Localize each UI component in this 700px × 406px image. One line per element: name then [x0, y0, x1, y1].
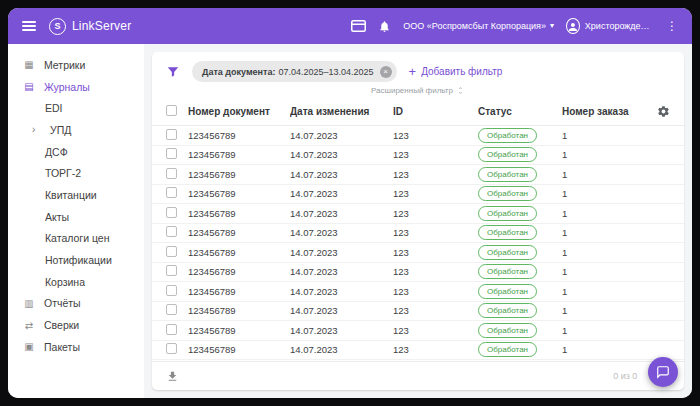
filter-bar: Дата документа:07.04.2025–13.04.2025 × +… — [152, 52, 684, 83]
sidebar-item-label: ТОРГ-2 — [45, 167, 81, 179]
sidebar-item-6[interactable]: Квитанции — [8, 184, 144, 206]
table-row[interactable]: 123456789 14.07.2023 123 Обработан 1 — [152, 321, 684, 341]
row-checkbox[interactable] — [166, 129, 177, 140]
status-badge: Обработан — [478, 245, 537, 260]
add-filter-button[interactable]: + Добавить фильтр — [409, 65, 503, 78]
row-checkbox[interactable] — [166, 324, 177, 335]
sidebar-item-10[interactable]: Корзина — [8, 271, 144, 293]
status-badge: Обработан — [478, 225, 537, 240]
add-filter-label: Добавить фильтр — [421, 66, 502, 77]
sidebar-item-1[interactable]: ▤ Журналы — [8, 76, 144, 98]
table-row[interactable]: 123456789 14.07.2023 123 Обработан 1 — [152, 185, 684, 205]
doc-number: 123456789 — [188, 344, 290, 355]
sidebar-item-2[interactable]: EDI — [8, 97, 144, 119]
row-checkbox[interactable] — [166, 168, 177, 179]
sidebar-item-label: Акты — [45, 211, 69, 223]
row-checkbox[interactable] — [166, 246, 177, 257]
advanced-filter-toggle[interactable]: Расширенный фильтр — [152, 83, 684, 98]
unfold-icon — [456, 86, 465, 95]
row-checkbox[interactable] — [166, 148, 177, 159]
sidebar-item-label: EDI — [45, 102, 63, 114]
user-menu[interactable]: Христорождества... — [566, 18, 654, 34]
sidebar-item-8[interactable]: Каталоги цен — [8, 228, 144, 250]
sidebar-item-12[interactable]: ⇄ Сверки — [8, 314, 144, 336]
doc-number: 123456789 — [188, 305, 290, 316]
row-checkbox[interactable] — [166, 265, 177, 276]
order-number: 1 — [562, 266, 652, 277]
sidebar-item-11[interactable]: ▥ Отчёты — [8, 293, 144, 315]
table-row[interactable]: 123456789 14.07.2023 123 Обработан 1 — [152, 165, 684, 185]
column-order-number[interactable]: Номер заказа — [562, 106, 652, 117]
table-row[interactable]: 123456789 14.07.2023 123 Обработан 1 — [152, 341, 684, 361]
column-doc-number[interactable]: Номер документ — [188, 106, 290, 117]
table-settings-gear-icon[interactable] — [652, 105, 670, 118]
kebab-menu-icon[interactable]: ⋮ — [666, 20, 678, 32]
row-checkbox[interactable] — [166, 304, 177, 315]
sidebar-item-0[interactable]: ▦ Метрики — [8, 54, 144, 76]
doc-id: 123 — [393, 208, 478, 219]
order-number: 1 — [562, 305, 652, 316]
sidebar-item-4[interactable]: ДСФ — [8, 141, 144, 163]
table-row[interactable]: 123456789 14.07.2023 123 Обработан 1 — [152, 263, 684, 283]
table-header: Номер документ Дата изменения ID Статус … — [152, 98, 684, 126]
column-status[interactable]: Статус — [478, 106, 562, 117]
filter-funnel-icon[interactable] — [166, 65, 180, 79]
doc-number: 123456789 — [188, 130, 290, 141]
bell-icon[interactable] — [378, 20, 391, 33]
pagination-label: 0 из 0 — [613, 371, 637, 381]
panel-icon[interactable] — [351, 20, 366, 32]
table-row[interactable]: 123456789 14.07.2023 123 Обработан 1 — [152, 302, 684, 322]
menu-icon[interactable] — [22, 21, 36, 31]
row-checkbox[interactable] — [166, 285, 177, 296]
doc-number: 123456789 — [188, 149, 290, 160]
change-date: 14.07.2023 — [290, 305, 393, 316]
status-badge: Обработан — [478, 128, 537, 143]
table-row[interactable]: 123456789 14.07.2023 123 Обработан 1 — [152, 224, 684, 244]
table-row[interactable]: 123456789 14.07.2023 123 Обработан 1 — [152, 282, 684, 302]
table-row[interactable]: 123456789 14.07.2023 123 Обработан 1 — [152, 204, 684, 224]
status-badge: Обработан — [478, 147, 537, 162]
sidebar-item-icon: ▤ — [23, 81, 35, 92]
row-checkbox[interactable] — [166, 226, 177, 237]
chat-fab-button[interactable] — [648, 357, 678, 387]
doc-id: 123 — [393, 305, 478, 316]
sidebar-item-label: Корзина — [45, 276, 85, 288]
sidebar: ▦ Метрики ▤ Журналы EDI › УПД ДСФ ТОРГ-2… — [8, 44, 144, 398]
order-number: 1 — [562, 130, 652, 141]
table-body: 123456789 14.07.2023 123 Обработан 1 123… — [152, 126, 684, 361]
row-checkbox[interactable] — [166, 207, 177, 218]
download-icon[interactable] — [166, 370, 179, 383]
journal-card: Дата документа:07.04.2025–13.04.2025 × +… — [152, 52, 684, 390]
sidebar-item-9[interactable]: Нотификации — [8, 249, 144, 271]
sidebar-item-7[interactable]: Акты — [8, 206, 144, 228]
change-date: 14.07.2023 — [290, 325, 393, 336]
table-row[interactable]: 123456789 14.07.2023 123 Обработан 1 — [152, 146, 684, 166]
chip-close-icon[interactable]: × — [380, 66, 392, 78]
column-id[interactable]: ID — [393, 106, 478, 117]
table-row[interactable]: 123456789 14.07.2023 123 Обработан 1 — [152, 126, 684, 146]
row-checkbox[interactable] — [166, 343, 177, 354]
change-date: 14.07.2023 — [290, 344, 393, 355]
sidebar-item-13[interactable]: ▣ Пакеты — [8, 336, 144, 358]
sidebar-item-5[interactable]: ТОРГ-2 — [8, 162, 144, 184]
header-actions: ООО «Роспромсбыт Корпорация» ▾ Христорож… — [351, 18, 678, 34]
select-all-checkbox[interactable] — [166, 105, 177, 116]
order-number: 1 — [562, 188, 652, 199]
org-selector[interactable]: ООО «Роспромсбыт Корпорация» ▾ — [403, 21, 554, 31]
sidebar-item-label: ДСФ — [45, 146, 68, 158]
date-filter-chip[interactable]: Дата документа:07.04.2025–13.04.2025 × — [192, 61, 397, 82]
content-area: Дата документа:07.04.2025–13.04.2025 × +… — [144, 44, 692, 398]
chevron-right-icon[interactable]: › — [32, 124, 41, 135]
table-row[interactable]: 123456789 14.07.2023 123 Обработан 1 — [152, 243, 684, 263]
caret-down-icon: ▾ — [550, 22, 554, 30]
sidebar-item-label: Отчёты — [44, 297, 81, 309]
app-logo[interactable]: S LinkServer — [49, 18, 131, 35]
sidebar-item-3[interactable]: › УПД — [8, 119, 144, 141]
doc-number: 123456789 — [188, 266, 290, 277]
order-number: 1 — [562, 247, 652, 258]
plus-icon: + — [409, 65, 417, 78]
row-checkbox[interactable] — [166, 187, 177, 198]
column-change-date[interactable]: Дата изменения — [290, 106, 393, 117]
table-footer: 0 из 0 ‹ › — [152, 361, 684, 390]
change-date: 14.07.2023 — [290, 130, 393, 141]
